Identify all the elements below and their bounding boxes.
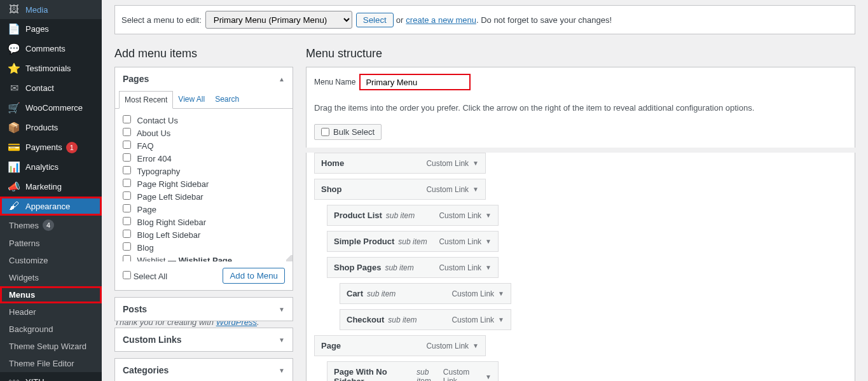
sidebar-item-products[interactable]: 📦Products xyxy=(0,118,102,137)
bulk-select-checkbox[interactable] xyxy=(321,128,329,136)
sidebar-item-woocommerce[interactable]: 🛒WooCommerce xyxy=(0,98,102,118)
page-checkbox-item[interactable]: Blog Right Sidebar xyxy=(123,216,285,228)
menu-icon: 📄 xyxy=(8,23,20,35)
submenu-item-theme-setup-wizard[interactable]: Theme Setup Wizard xyxy=(0,338,102,355)
menu-select[interactable]: Primary Menu (Primary Menu) xyxy=(205,11,352,29)
page-checkbox[interactable] xyxy=(123,217,131,225)
menu-structure-title: Menu structure xyxy=(306,47,855,60)
page-checkbox[interactable] xyxy=(123,230,131,238)
select-all-checkbox[interactable] xyxy=(123,271,131,279)
select-menu-button[interactable]: Select xyxy=(356,13,394,27)
count-badge: 4 xyxy=(43,219,54,231)
create-new-menu-link[interactable]: create a new menu xyxy=(406,15,476,25)
page-checkbox-item[interactable]: Page Right Sidebar xyxy=(123,177,285,190)
tab-view-all[interactable]: View All xyxy=(173,91,210,109)
menu-item-title: Page With No Sidebar xyxy=(334,367,413,381)
sidebar-item-pages[interactable]: 📄Pages xyxy=(0,19,102,39)
page-checkbox-item[interactable]: Wishlist — Wishlist Page xyxy=(123,254,285,261)
page-checkbox-item[interactable]: Page xyxy=(123,203,285,216)
menu-item[interactable]: ShopCustom Link▼ xyxy=(314,179,486,200)
chevron-down-icon[interactable]: ▼ xyxy=(472,342,479,349)
chevron-down-icon[interactable]: ▼ xyxy=(472,160,479,167)
accordion-categories[interactable]: Categories▼ xyxy=(115,359,293,381)
page-checkbox[interactable] xyxy=(123,141,131,149)
page-checkbox[interactable] xyxy=(123,191,131,200)
menu-item-type: Custom Link xyxy=(439,263,481,272)
accordion-custom-links[interactable]: Custom Links▼ xyxy=(115,328,293,351)
submenu-label: Patterns xyxy=(9,239,39,248)
submenu-label: Background xyxy=(9,324,53,334)
tab-search[interactable]: Search xyxy=(210,91,244,109)
submenu-item-themes[interactable]: Themes4 xyxy=(0,216,102,235)
chevron-down-icon[interactable]: ▼ xyxy=(498,316,504,323)
page-checkbox-item[interactable]: Typography xyxy=(123,165,285,177)
menu-icon: ⭐ xyxy=(8,62,20,74)
page-checkbox[interactable] xyxy=(123,242,131,251)
accordion-posts[interactable]: Posts▼ xyxy=(115,298,293,321)
page-checkbox-item[interactable]: Page Left Sidebar xyxy=(123,190,285,203)
submenu-item-widgets[interactable]: Widgets xyxy=(0,269,102,286)
page-checkbox[interactable] xyxy=(123,166,131,174)
chevron-down-icon[interactable]: ▼ xyxy=(485,373,492,380)
tab-most-recent[interactable]: Most Recent xyxy=(119,91,173,109)
menu-item[interactable]: Cartsub itemCustom Link▼ xyxy=(340,283,511,304)
submenu-item-theme-file-editor[interactable]: Theme File Editor xyxy=(0,355,102,372)
page-checkbox-item[interactable]: About Us xyxy=(123,127,285,139)
page-checkbox-item[interactable]: Error 404 xyxy=(123,152,285,165)
sidebar-item-label: Contact xyxy=(25,83,54,93)
submenu-item-patterns[interactable]: Patterns xyxy=(0,235,102,252)
chevron-down-icon[interactable]: ▼ xyxy=(472,186,479,193)
sidebar-item-media[interactable]: 🖼Media xyxy=(0,0,102,19)
sidebar-item-analytics[interactable]: 📊Analytics xyxy=(0,157,102,177)
menu-item[interactable]: Product Listsub itemCustom Link▼ xyxy=(327,205,499,226)
pages-checklist: Contact Us About Us FAQ Error 404 Typogr… xyxy=(115,109,293,261)
page-checkbox[interactable] xyxy=(123,179,131,187)
page-checkbox[interactable] xyxy=(123,255,131,261)
select-all-label[interactable]: Select All xyxy=(123,271,167,281)
page-checkbox-item[interactable]: Blog xyxy=(123,241,285,254)
sidebar-item-yith[interactable]: 〰YITH xyxy=(0,372,102,381)
chevron-down-icon[interactable]: ▼ xyxy=(485,212,492,219)
select-menu-label: Select a menu to edit: xyxy=(121,15,202,25)
sidebar-item-label: Testimonials xyxy=(25,64,71,73)
sidebar-item-payments[interactable]: 💳Payments1 xyxy=(0,137,102,157)
or-text: or xyxy=(396,15,404,25)
page-checkbox-item[interactable]: Blog Left Sidebar xyxy=(123,228,285,241)
chevron-down-icon: ▼ xyxy=(279,336,285,343)
sidebar-item-marketing[interactable]: 📣Marketing xyxy=(0,177,102,197)
chevron-down-icon[interactable]: ▼ xyxy=(498,290,504,297)
sidebar-item-appearance[interactable]: 🖌Appearance xyxy=(0,197,102,216)
page-checkbox[interactable] xyxy=(123,115,131,123)
page-checkbox-item[interactable]: FAQ xyxy=(123,139,285,152)
bulk-select-toggle[interactable]: Bulk Select xyxy=(314,124,382,140)
page-checkbox[interactable] xyxy=(123,153,131,162)
page-checkbox[interactable] xyxy=(123,128,131,136)
menu-item-title: Product List xyxy=(334,211,382,220)
submenu-item-background[interactable]: Background xyxy=(0,321,102,338)
menu-item[interactable]: Checkoutsub itemCustom Link▼ xyxy=(340,309,511,330)
sidebar-item-testimonials[interactable]: ⭐Testimonials xyxy=(0,59,102,78)
menu-item[interactable]: Page With No Sidebarsub itemCustom Link▼ xyxy=(327,361,499,381)
menu-icon: 📊 xyxy=(8,161,20,173)
menu-item[interactable]: Shop Pagessub itemCustom Link▼ xyxy=(327,257,499,278)
menu-name-input[interactable] xyxy=(359,74,471,90)
chevron-down-icon[interactable]: ▼ xyxy=(485,264,492,271)
menu-item-title: Shop xyxy=(321,184,342,194)
submenu-item-customize[interactable]: Customize xyxy=(0,252,102,269)
sidebar-item-label: Payments xyxy=(25,142,62,152)
menu-item[interactable]: PageCustom Link▼ xyxy=(314,335,486,356)
resize-handle[interactable] xyxy=(286,255,293,261)
add-items-title: Add menu items xyxy=(114,47,293,60)
add-to-menu-button[interactable]: Add to Menu xyxy=(223,268,285,284)
sidebar-item-comments[interactable]: 💬Comments xyxy=(0,39,102,59)
pages-heading[interactable]: Pages ▲ xyxy=(115,67,293,90)
page-checkbox-item[interactable]: Contact Us xyxy=(123,114,285,127)
submenu-item-menus[interactable]: Menus xyxy=(0,286,102,303)
menu-item[interactable]: HomeCustom Link▼ xyxy=(314,153,486,174)
sidebar-item-contact[interactable]: ✉Contact xyxy=(0,78,102,98)
page-checkbox[interactable] xyxy=(123,204,131,212)
sidebar-item-label: WooCommerce xyxy=(25,103,83,113)
submenu-item-header[interactable]: Header xyxy=(0,303,102,321)
menu-item[interactable]: Simple Productsub itemCustom Link▼ xyxy=(327,231,499,252)
chevron-down-icon[interactable]: ▼ xyxy=(485,238,492,245)
